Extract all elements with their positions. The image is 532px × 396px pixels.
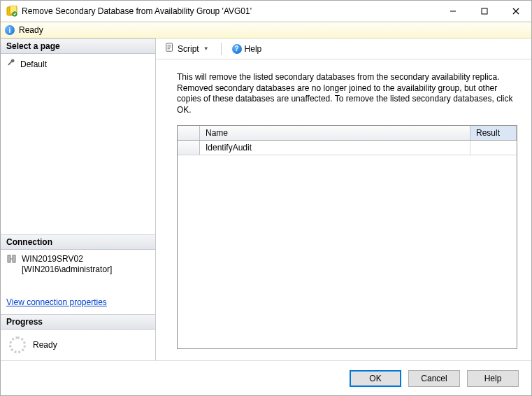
left-panel: Select a page Default Connection W [1,38,156,360]
user-name: [WIN2016\administrator] [22,264,112,274]
select-page-body: Default [1,54,155,74]
minimize-button[interactable] [437,1,468,21]
ok-button[interactable]: OK [350,370,401,387]
app-icon [6,6,17,17]
grid-header-result[interactable]: Result [470,126,517,140]
select-page-header: Select a page [1,38,155,54]
wrench-icon [6,58,16,70]
toolbar-separator [221,43,222,55]
script-button[interactable]: Script ▼ [160,41,215,57]
help-icon: ? [232,44,242,54]
window-title: Remove Secondary Database from Availabil… [22,6,437,16]
dialog-body: Select a page Default Connection W [1,38,531,360]
page-item-default[interactable]: Default [6,57,150,71]
script-button-label: Script [178,44,199,54]
dialog-footer: OK Cancel Help [1,360,531,395]
svg-rect-8 [13,255,15,262]
status-strip-label: Ready [19,25,43,35]
dialog-window: Remove Secondary Database from Availabil… [0,0,532,396]
connection-text: WIN2019SRV02 [WIN2016\administrator] [22,254,112,275]
info-icon: i [5,25,15,35]
grid-header: Name Result [178,126,517,141]
toolbar: Script ▼ ? Help [156,38,531,59]
grid-body: IdentifyAudit [178,141,517,348]
progress-header: Progress [1,314,155,330]
titlebar: Remove Secondary Database from Availabil… [1,1,531,22]
help-button[interactable]: Help [467,370,519,387]
connection-info: WIN2019SRV02 [WIN2016\administrator] [6,253,150,276]
window-controls [437,1,531,21]
progress-body: Ready [1,330,155,360]
grid-header-name[interactable]: Name [200,126,470,140]
maximize-button[interactable] [468,1,500,21]
connection-header: Connection [1,234,155,250]
svg-rect-4 [482,8,487,14]
progress-spinner-icon [9,337,26,353]
progress-status-label: Ready [33,340,57,350]
help-toolbar-button[interactable]: ? Help [227,42,267,56]
right-panel: Script ▼ ? Help This will remove the lis… [156,38,531,360]
svg-rect-7 [8,255,10,262]
server-icon [6,254,17,268]
help-toolbar-label: Help [245,44,262,54]
cell-result [470,141,517,155]
cancel-button[interactable]: Cancel [408,370,460,387]
row-selector[interactable] [178,141,200,155]
grid-header-rowselector [178,126,200,140]
main-content: This will remove the listed secondary da… [156,59,531,360]
status-strip: i Ready [1,22,531,38]
chevron-down-icon: ▼ [202,45,210,52]
page-item-label: Default [20,59,47,69]
script-icon [165,43,175,55]
server-name: WIN2019SRV02 [22,254,83,264]
close-button[interactable] [500,1,531,21]
view-connection-link[interactable]: View connection properties [6,297,107,307]
table-row[interactable]: IdentifyAudit [178,141,517,155]
databases-grid: Name Result IdentifyAudit [177,125,517,349]
description-text: This will remove the listed secondary da… [177,72,517,115]
connection-body: WIN2019SRV02 [WIN2016\administrator] Vie… [1,250,155,314]
cell-name: IdentifyAudit [200,141,470,155]
